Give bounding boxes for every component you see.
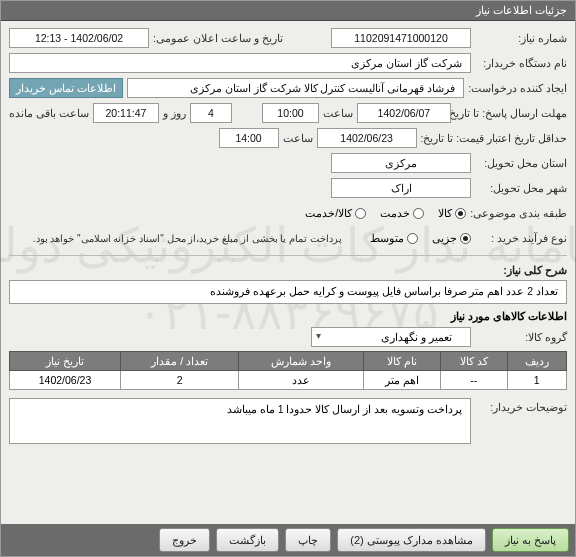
subject-class-radio-group: کالا خدمت کالا/خدمت — [305, 207, 466, 219]
radio-icon — [407, 233, 418, 244]
remaining-days-field: 4 — [190, 103, 232, 123]
bottom-toolbar: پاسخ به نیاز مشاهده مدارک پیوستی (2) چاپ… — [1, 524, 575, 556]
price-validity-time-field: 14:00 — [219, 128, 279, 148]
th-idx: ردیف — [507, 352, 566, 371]
buyer-notes-field: پرداخت وتسویه بعد از ارسال کالا حدودا 1 … — [9, 398, 471, 444]
table-header-row: ردیف کد کالا نام کالا واحد شمارش تعداد /… — [10, 352, 567, 371]
items-table: ردیف کد کالا نام کالا واحد شمارش تعداد /… — [9, 351, 567, 390]
reply-button[interactable]: پاسخ به نیاز — [492, 528, 569, 552]
remaining-time-field: 20:11:47 — [93, 103, 159, 123]
price-validity-label: حداقل تاریخ اعتبار قیمت: تا تاریخ: — [421, 132, 567, 144]
need-summary-title: شرح کلی نیاز: — [9, 264, 567, 277]
purchase-process-label: نوع فرآیند خرید : — [475, 232, 567, 244]
attachments-button[interactable]: مشاهده مدارک پیوستی (2) — [337, 528, 486, 552]
purchase-radio-medium[interactable]: متوسط — [370, 232, 418, 244]
radio-icon — [455, 208, 466, 219]
print-button[interactable]: چاپ — [285, 528, 331, 552]
exit-button[interactable]: خروج — [159, 528, 210, 552]
need-number-label: شماره نیاز: — [475, 32, 567, 44]
reply-date-field: 1402/06/07 — [357, 103, 451, 123]
subject-radio-goods[interactable]: کالا — [438, 207, 466, 219]
purchase-process-radio-group: جزیی متوسط — [370, 232, 471, 244]
cell-date: 1402/06/23 — [10, 371, 121, 390]
cell-code: -- — [441, 371, 508, 390]
subject-class-label: طبقه بندی موضوعی: — [470, 207, 567, 219]
cell-qty: 2 — [120, 371, 239, 390]
province-field: مرکزی — [331, 153, 471, 173]
purchase-radio-minor[interactable]: جزیی — [432, 232, 471, 244]
cell-name: اهم متر — [363, 371, 440, 390]
radio-icon — [413, 208, 424, 219]
radio-icon — [355, 208, 366, 219]
need-summary-field: تعداد 2 عدد اهم متر صرفا براساس فایل پیو… — [9, 280, 567, 304]
window-title-bar: جزئیات اطلاعات نیاز — [1, 1, 575, 21]
province-label: استان محل تحویل: — [475, 157, 567, 169]
announce-datetime-field: 1402/06/02 - 12:13 — [9, 28, 149, 48]
announce-datetime-label: تاریخ و ساعت اعلان عمومی: — [153, 32, 283, 44]
price-validity-date-field: 1402/06/23 — [317, 128, 417, 148]
request-creator-field: فرشاد قهرمانی آنالیست کنترل کالا شرکت گا… — [127, 78, 464, 98]
subject-radio-goods-service[interactable]: کالا/خدمت — [305, 207, 366, 219]
buyer-notes-label: توضیحات خریدار: — [475, 398, 567, 413]
th-name: نام کالا — [363, 352, 440, 371]
cell-unit: عدد — [239, 371, 363, 390]
city-field: اراک — [331, 178, 471, 198]
time-label-2: ساعت — [283, 132, 313, 144]
table-row[interactable]: 1 -- اهم متر عدد 2 1402/06/23 — [10, 371, 567, 390]
reply-time-field: 10:00 — [262, 103, 319, 123]
day-and-label: روز و — [163, 107, 186, 119]
request-creator-label: ایجاد کننده درخواست: — [468, 82, 567, 94]
subject-radio-service[interactable]: خدمت — [380, 207, 424, 219]
time-label-1: ساعت — [323, 107, 353, 119]
reply-deadline-label: مهلت ارسال پاسخ: تا تاریخ: — [455, 107, 567, 119]
need-number-field: 1102091471000120 — [331, 28, 471, 48]
goods-group-label: گروه کالا: — [475, 331, 567, 343]
th-date: تاریخ نیاز — [10, 352, 121, 371]
back-button[interactable]: بازگشت — [216, 528, 279, 552]
radio-icon — [460, 233, 471, 244]
cell-idx: 1 — [507, 371, 566, 390]
items-info-title: اطلاعات کالاهای مورد نیاز — [9, 310, 567, 323]
th-code: کد کالا — [441, 352, 508, 371]
th-unit: واحد شمارش — [239, 352, 363, 371]
window-title: جزئیات اطلاعات نیاز — [476, 4, 567, 16]
city-label: شهر محل تحویل: — [475, 182, 567, 194]
goods-group-dropdown[interactable]: تعمیر و نگهداری — [311, 327, 471, 347]
payment-note: پرداخت تمام یا بخشی از مبلغ خرید،از محل … — [33, 233, 342, 244]
th-qty: تعداد / مقدار — [120, 352, 239, 371]
buyer-contact-button[interactable]: اطلاعات تماس خریدار — [9, 78, 123, 98]
time-remaining-label: ساعت باقی مانده — [9, 107, 89, 119]
buyer-org-field: شرکت گاز استان مرکزی — [9, 53, 471, 73]
buyer-org-label: نام دستگاه خریدار: — [475, 57, 567, 69]
